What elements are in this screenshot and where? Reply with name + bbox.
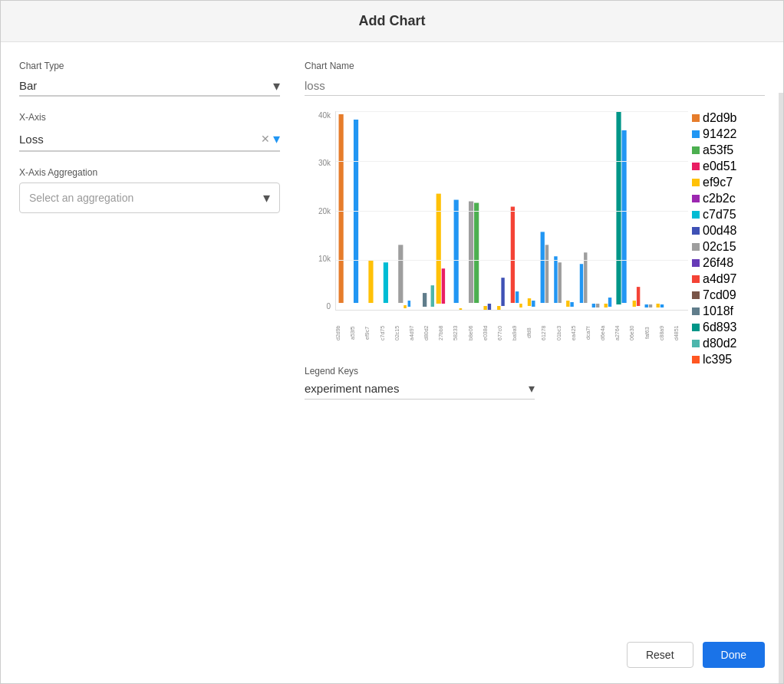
x-axis-value: Loss (19, 133, 261, 146)
legend-color-ef9c7 (692, 179, 700, 186)
dialog-header: Add Chart (1, 1, 783, 42)
svg-rect-0 (339, 114, 344, 303)
legend-label-ef9c7: ef9c7 (703, 176, 733, 189)
x-label-a53f5: a53f5 (350, 312, 364, 354)
x-axis-group: X-Axis Loss ✕ ▾ (19, 112, 280, 152)
chart-name-input[interactable] (305, 76, 765, 96)
svg-rect-39 (637, 287, 640, 306)
x-labels: d2d9b a53f5 ef9c7 c7d75 02c15 a4d97 d80d… (335, 312, 688, 354)
x-label-d80d2: d80d2 (423, 312, 438, 354)
svg-rect-41 (649, 304, 652, 307)
legend-color-c7d75 (692, 211, 700, 219)
y-label-20k: 20k (318, 207, 331, 215)
y-label-10k: 10k (318, 255, 331, 263)
x-label-02c15: 02c15 (394, 312, 409, 354)
grid-line-40k (336, 111, 688, 112)
dialog-title: Add Chart (13, 13, 771, 29)
svg-rect-2 (368, 260, 373, 303)
svg-rect-14 (474, 203, 479, 303)
svg-rect-6 (408, 301, 411, 307)
x-axis-aggregation-group: X-Axis Aggregation Select an aggregation… (19, 167, 280, 213)
legend-item-a53f5: a53f5 (692, 143, 765, 157)
x-label-27bb8: 27bb8 (438, 312, 453, 354)
legend-label-c7d75: c7d75 (703, 208, 736, 222)
x-label-01bc3: 01bc3 (556, 312, 571, 354)
svg-rect-7 (423, 293, 427, 307)
scrollbar[interactable] (779, 93, 783, 683)
legend-item-00d48: 00d48 (692, 224, 765, 238)
y-label-0: 0 (326, 302, 331, 311)
svg-rect-12 (460, 308, 463, 310)
x-label-dfd8: dfd8 (526, 312, 541, 354)
x-label-677c0: 677c0 (497, 312, 512, 354)
svg-rect-8 (431, 285, 434, 307)
y-label-40k: 40k (318, 111, 331, 120)
legend-label-26f48: 26f48 (703, 256, 733, 270)
legend-color-a4d97 (692, 275, 700, 283)
x-label-d4851: d4851 (674, 312, 688, 354)
legend-item-91422: 91422 (692, 127, 765, 141)
chart-type-select[interactable]: Bar ▾ (19, 76, 280, 97)
legend-item-1018f: 1018f (692, 304, 765, 318)
svg-rect-34 (604, 304, 608, 307)
svg-rect-16 (488, 304, 491, 310)
x-axis-select[interactable]: Loss ✕ ▾ (19, 127, 280, 152)
legend-label-c2b2c: c2b2c (703, 192, 736, 206)
chart-type-label: Chart Type (19, 61, 280, 71)
legend-color-e0d51 (692, 163, 700, 170)
legend-item-e0d51: e0d51 (692, 159, 765, 173)
svg-rect-37 (621, 130, 626, 303)
svg-rect-21 (519, 304, 522, 307)
svg-rect-20 (516, 291, 519, 303)
x-label-58233: 58233 (453, 312, 467, 354)
chart-type-value: Bar (19, 79, 280, 92)
svg-rect-15 (483, 306, 486, 310)
svg-rect-27 (558, 262, 562, 303)
y-axis: 40k 30k 20k 10k 0 (305, 111, 335, 311)
chart-container: 40k 30k 20k 10k 0 (305, 111, 765, 357)
x-axis-clear-icon[interactable]: ✕ (261, 133, 270, 145)
add-chart-dialog: Add Chart Chart Type Bar ▾ X-Axis Loss ✕… (0, 0, 784, 684)
bars-area (335, 111, 688, 311)
x-axis-dropdown-icon[interactable]: ▾ (273, 130, 280, 147)
legend-label-a53f5: a53f5 (703, 143, 733, 157)
aggregation-chevron-icon: ▾ (263, 189, 270, 206)
svg-rect-18 (501, 278, 504, 306)
legend-color-7cd09 (692, 291, 700, 299)
svg-rect-40 (645, 304, 648, 307)
svg-rect-24 (541, 232, 545, 303)
legend-item-d2d9b: d2d9b (692, 111, 765, 125)
x-label-ba9a9: ba9a9 (512, 312, 526, 354)
x-axis-aggregation-select[interactable]: Select an aggregation ▾ (19, 183, 280, 213)
legend-item-26f48: 26f48 (692, 256, 765, 270)
svg-rect-13 (469, 202, 473, 303)
legend-color-6d893 (692, 324, 700, 331)
svg-rect-23 (532, 301, 535, 307)
svg-rect-30 (580, 264, 583, 303)
legend-color-c2b2c (692, 195, 700, 202)
dialog-footer: Reset Done (608, 626, 783, 683)
legend-color-1018f (692, 307, 700, 315)
chart-name-label: Chart Name (305, 61, 765, 71)
svg-rect-11 (454, 200, 459, 303)
x-label-e038d: e038d (483, 312, 497, 354)
done-button[interactable]: Done (703, 642, 765, 668)
right-panel: Chart Name 40k 30k 20k 10k 0 (305, 61, 765, 400)
legend-label-a4d97: a4d97 (703, 272, 737, 286)
legend-color-lc395 (692, 356, 700, 363)
legend-item-c7d75: c7d75 (692, 208, 765, 222)
svg-rect-33 (596, 304, 599, 307)
svg-rect-38 (633, 301, 636, 307)
svg-rect-26 (554, 256, 557, 303)
legend-label-91422: 91422 (703, 127, 737, 141)
x-axis-aggregation-label: X-Axis Aggregation (19, 167, 280, 178)
legend-label-d80d2: d80d2 (703, 337, 737, 350)
legend-label-6d893: 6d893 (703, 321, 737, 334)
legend-keys-select[interactable]: experiment names ▾ (305, 381, 535, 400)
legend-item-02c15: 02c15 (692, 240, 765, 254)
legend-item-7cd09: 7cd09 (692, 288, 765, 302)
legend-color-00d48 (692, 227, 700, 235)
legend-color-d2d9b (692, 114, 700, 122)
reset-button[interactable]: Reset (627, 642, 693, 668)
svg-rect-32 (592, 304, 595, 307)
